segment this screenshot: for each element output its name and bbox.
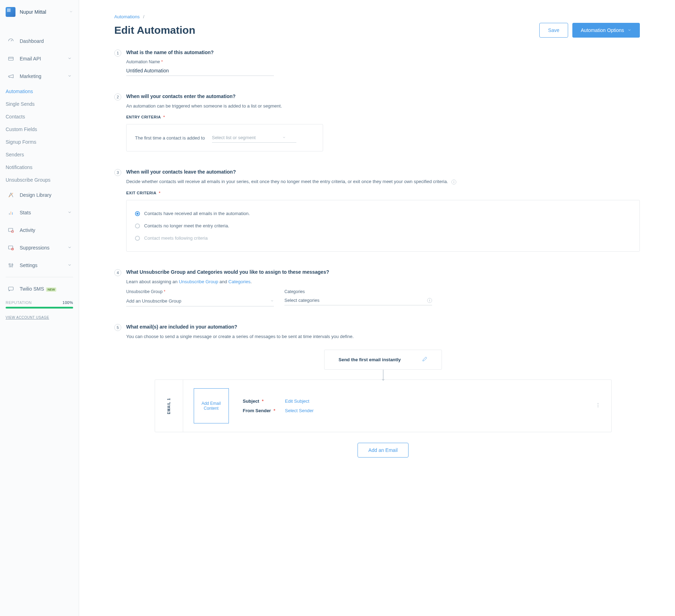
nav-stats[interactable]: Stats (0, 204, 79, 221)
chat-icon (7, 285, 15, 293)
radio-label: Contacts have received all emails in the… (144, 211, 250, 216)
add-email-content-button[interactable]: Add Email Content (194, 388, 229, 423)
subnav-contacts[interactable]: Contacts (6, 110, 79, 123)
user-menu[interactable]: Nupur Mittal (0, 0, 79, 24)
breadcrumb-root[interactable]: Automations (114, 14, 140, 19)
nav-label: Dashboard (20, 38, 72, 44)
step-number: 4 (114, 269, 121, 276)
step3-desc: Decide whether contacts will receive all… (126, 179, 640, 184)
view-usage-link[interactable]: VIEW ACCOUNT USAGE (0, 311, 79, 324)
exit-option-1[interactable]: Contacts have received all emails in the… (135, 207, 631, 220)
add-email-button[interactable]: Add an Email (358, 443, 409, 458)
step2-desc: An automation can be triggered when some… (126, 103, 640, 109)
step-4: 4 What Unsubscribe Group and Categories … (114, 269, 640, 306)
app-logo (6, 7, 15, 17)
exit-option-3[interactable]: Contact meets following criteria (135, 232, 631, 244)
save-button[interactable]: Save (539, 23, 568, 38)
subnav-notifications[interactable]: Notifications (6, 161, 79, 174)
shield-x-icon (7, 244, 15, 252)
nav-label: Email API (20, 56, 68, 61)
svg-rect-5 (8, 228, 13, 232)
nav-settings[interactable]: Settings (0, 257, 79, 274)
svg-rect-7 (8, 246, 13, 249)
nav-twilio-sms[interactable]: Twilio SMSNEW (0, 280, 79, 298)
step-number: 2 (114, 93, 121, 100)
gauge-icon (7, 37, 15, 45)
exit-option-2[interactable]: Contacts no longer meet the entry criter… (135, 220, 631, 232)
svg-rect-0 (8, 57, 13, 60)
subject-field: Subject * Edit Subject (243, 398, 314, 404)
svg-point-15 (12, 264, 13, 265)
subnav-unsubscribe-groups[interactable]: Unsubscribe Groups (6, 174, 79, 186)
step4-desc: Learn about assigning an Unsubscribe Gro… (126, 279, 640, 284)
nav-email-api[interactable]: Email API (0, 50, 79, 67)
nav-label: Settings (20, 262, 68, 268)
design-icon (7, 191, 15, 199)
page-header: Edit Automation Save Automation Options (114, 23, 640, 38)
info-icon[interactable]: i (451, 180, 456, 184)
nav-dashboard[interactable]: Dashboard (0, 32, 79, 50)
subnav-senders[interactable]: Senders (6, 148, 79, 161)
automation-name-label: Automation Name * (126, 59, 640, 64)
select-sender-link[interactable]: Select Sender (285, 408, 314, 413)
chevron-down-icon (282, 135, 286, 140)
nav-marketing[interactable]: Marketing (0, 67, 79, 85)
mail-check-icon (7, 226, 15, 234)
nav-label: Twilio SMSNEW (20, 286, 72, 292)
edit-subject-link[interactable]: Edit Subject (285, 398, 309, 404)
unsubscribe-group-link[interactable]: Unsubscribe Group (179, 279, 218, 284)
svg-point-17 (598, 403, 598, 404)
info-icon[interactable]: i (427, 298, 432, 303)
email-content-row: Add Email Content Subject * Edit Subject… (183, 380, 611, 432)
nav-label: Marketing (20, 73, 68, 79)
categories-select[interactable]: Select categories i (284, 296, 432, 305)
unsubscribe-group-label: Unsubscribe Group * (126, 289, 274, 294)
svg-point-18 (598, 405, 598, 406)
subnav-custom-fields[interactable]: Custom Fields (6, 123, 79, 136)
reputation-value: 100% (63, 300, 73, 305)
email-index-label: EMAIL 1 (155, 380, 183, 432)
chevron-down-icon (68, 262, 72, 268)
nav-suppressions[interactable]: Suppressions (0, 239, 79, 257)
nav-label: Stats (20, 210, 68, 215)
nav-label: Activity (20, 227, 72, 233)
step5-title: What email(s) are included in your autom… (126, 324, 640, 330)
step-5: 5 What email(s) are included in your aut… (114, 324, 640, 458)
svg-point-13 (9, 264, 10, 265)
nav-activity[interactable]: Activity (0, 221, 79, 239)
categories-link[interactable]: Categories (229, 279, 251, 284)
breadcrumb-separator: / (143, 14, 144, 19)
step-number: 5 (114, 324, 121, 331)
automation-options-button[interactable]: Automation Options (572, 23, 640, 38)
send-instant-label: Send the first email instantly (339, 357, 401, 362)
reputation-widget: REPUTATION 100% (0, 298, 79, 311)
nav-design-library[interactable]: Design Library (0, 186, 79, 204)
subnav-signup-forms[interactable]: Signup Forms (6, 136, 79, 148)
exit-criteria-label: EXIT CRITERIA * (126, 191, 160, 195)
svg-point-19 (598, 407, 598, 407)
step5-desc: You can choose to send a single message … (126, 334, 640, 339)
entry-criteria-box: The first time a contact is added to Sel… (126, 124, 323, 151)
automation-name-input[interactable] (126, 66, 274, 76)
more-options-icon[interactable] (595, 402, 601, 409)
categories-label: Categories (284, 289, 432, 294)
chevron-down-icon (628, 27, 631, 33)
edit-icon[interactable] (422, 356, 428, 363)
radio-icon (135, 236, 140, 241)
nav-label: Design Library (20, 192, 72, 198)
new-badge: NEW (46, 287, 56, 292)
radio-label: Contacts no longer meet the entry criter… (144, 223, 229, 228)
chevron-down-icon (68, 210, 72, 215)
reputation-bar (6, 307, 73, 309)
list-segment-select[interactable]: Select list or segment (212, 133, 296, 143)
entry-criteria-label: ENTRY CRITERIA * (126, 115, 165, 119)
step3-title: When will your contacts leave the automa… (126, 169, 640, 175)
unsubscribe-group-select[interactable]: Add an Unsubscribe Group (126, 296, 274, 306)
radio-checked-icon (135, 211, 140, 216)
subnav-automations[interactable]: Automations (6, 85, 79, 98)
chevron-down-icon (270, 298, 274, 304)
exit-criteria-box: Contacts have received all emails in the… (126, 200, 640, 252)
email-flow: Send the first email instantly EMAIL 1 A… (126, 350, 640, 458)
sidebar: Nupur Mittal Dashboard Email API Marketi… (0, 0, 79, 616)
subnav-single-sends[interactable]: Single Sends (6, 98, 79, 110)
